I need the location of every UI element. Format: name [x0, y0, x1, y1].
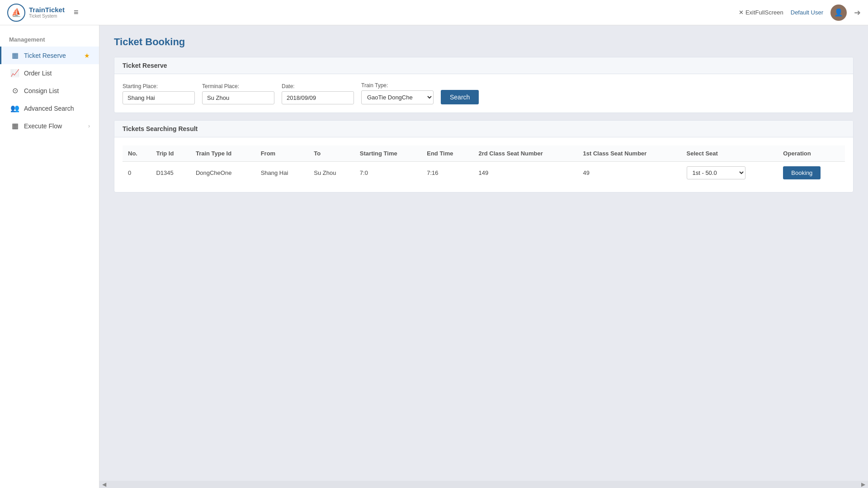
scroll-left-arrow[interactable]: ◀ [99, 481, 109, 488]
ticket-reserve-card: Ticket Reserve Starting Place: Terminal … [114, 57, 854, 113]
terminal-place-input[interactable] [202, 91, 274, 104]
results-card: Tickets Searching Result No. Trip Id Tra… [114, 120, 854, 192]
starting-place-input[interactable] [123, 91, 195, 104]
exit-fullscreen-label: ExitFullScreen [745, 9, 783, 16]
results-table-head: No. Trip Id Train Type Id From To Starti… [123, 145, 845, 162]
results-table: No. Trip Id Train Type Id From To Starti… [123, 145, 845, 184]
date-group: Date: [282, 83, 354, 104]
results-card-body: No. Trip Id Train Type Id From To Starti… [114, 137, 853, 192]
col-to: To [308, 145, 354, 162]
cell-2nd-seat: 149 [473, 162, 578, 184]
col-starting-time: Starting Time [354, 145, 421, 162]
logout-icon[interactable]: ➜ [854, 8, 861, 18]
cell-from: Shang Hai [255, 162, 309, 184]
ticket-reserve-icon: ▦ [10, 51, 19, 60]
train-type-select[interactable]: GaoTie DongChe ZhiDa TeKuai Kuai [361, 90, 434, 104]
avatar[interactable]: 👤 [830, 5, 847, 21]
ticket-reserve-card-body: Starting Place: Terminal Place: Date: Tr… [114, 74, 853, 113]
main-content: Ticket Booking Ticket Reserve Starting P… [99, 25, 868, 488]
header-right: ✕ ExitFullScreen Default User 👤 ➜ [739, 5, 861, 21]
header: ⛵ TrainTicket Ticket System ≡ ✕ ExitFull… [0, 0, 868, 25]
cell-1st-seat: 49 [578, 162, 681, 184]
menu-icon[interactable]: ≡ [74, 8, 79, 17]
sidebar-item-order-list[interactable]: 📈 Order List [0, 64, 99, 82]
chevron-right-icon: › [88, 123, 90, 129]
cell-trip-id: D1345 [151, 162, 190, 184]
col-select-seat: Select Seat [681, 145, 778, 162]
logo-text: TrainTicket Ticket System [29, 6, 65, 19]
results-table-header-row: No. Trip Id Train Type Id From To Starti… [123, 145, 845, 162]
terminal-place-group: Terminal Place: [202, 83, 274, 104]
search-form: Starting Place: Terminal Place: Date: Tr… [123, 82, 845, 104]
date-label: Date: [282, 83, 354, 89]
logo-subtitle: Ticket System [29, 14, 65, 19]
cell-operation[interactable]: Booking [778, 162, 845, 184]
sidebar-item-label-ticket-reserve: Ticket Reserve [24, 52, 66, 59]
exit-fullscreen-button[interactable]: ✕ ExitFullScreen [739, 9, 783, 16]
star-icon: ★ [84, 52, 90, 59]
default-user-label[interactable]: Default User [791, 9, 823, 16]
bottom-scrollbar: ◀ ▶ [99, 481, 868, 488]
starting-place-group: Starting Place: [123, 83, 195, 104]
train-type-group: Train Type: GaoTie DongChe ZhiDa TeKuai … [361, 82, 434, 104]
sidebar-item-label-order-list: Order List [24, 70, 52, 77]
search-button[interactable]: Search [441, 90, 479, 104]
cell-train-type-id: DongCheOne [190, 162, 255, 184]
cell-end-time: 7:16 [421, 162, 473, 184]
sidebar-item-label-consign-list: Consign List [24, 87, 59, 94]
cell-starting-time: 7:0 [354, 162, 421, 184]
scroll-right-arrow[interactable]: ▶ [859, 481, 868, 488]
sidebar: Management ▦ Ticket Reserve ★ 📈 Order Li… [0, 25, 99, 488]
sidebar-item-ticket-reserve[interactable]: ▦ Ticket Reserve ★ [0, 47, 99, 64]
logo: ⛵ TrainTicket Ticket System [7, 4, 65, 22]
terminal-place-label: Terminal Place: [202, 83, 274, 89]
avatar-icon: 👤 [834, 8, 843, 17]
sidebar-item-consign-list[interactable]: ⊙ Consign List [0, 82, 99, 99]
col-2nd-class: 2rd Class Seat Number [473, 145, 578, 162]
date-input[interactable] [282, 91, 354, 104]
layout: Management ▦ Ticket Reserve ★ 📈 Order Li… [0, 25, 868, 488]
advanced-search-icon: 👥 [10, 104, 19, 113]
col-trip-id: Trip Id [151, 145, 190, 162]
cell-no: 0 [123, 162, 151, 184]
sidebar-item-label-advanced-search: Advanced Search [24, 105, 74, 112]
consign-list-icon: ⊙ [10, 86, 19, 95]
cell-to: Su Zhou [308, 162, 354, 184]
col-operation: Operation [778, 145, 845, 162]
order-list-icon: 📈 [10, 69, 19, 77]
execute-flow-icon: ▦ [10, 122, 19, 130]
page-title: Ticket Booking [114, 36, 854, 48]
col-end-time: End Time [421, 145, 473, 162]
booking-button[interactable]: Booking [783, 166, 821, 179]
col-train-type-id: Train Type Id [190, 145, 255, 162]
results-card-header: Tickets Searching Result [114, 121, 853, 137]
select-seat-dropdown[interactable]: 1st - 50.0 2nd - 30.0 [687, 166, 745, 179]
logo-icon: ⛵ [7, 4, 25, 22]
starting-place-label: Starting Place: [123, 83, 195, 89]
col-from: From [255, 145, 309, 162]
col-no: No. [123, 145, 151, 162]
col-1st-class: 1st Class Seat Number [578, 145, 681, 162]
ticket-reserve-card-header: Ticket Reserve [114, 57, 853, 74]
table-row: 0 D1345 DongCheOne Shang Hai Su Zhou 7:0… [123, 162, 845, 184]
sidebar-item-label-execute-flow: Execute Flow [24, 122, 62, 130]
sidebar-item-execute-flow[interactable]: ▦ Execute Flow › [0, 117, 99, 135]
logo-title: TrainTicket [29, 6, 65, 14]
train-type-label: Train Type: [361, 82, 434, 89]
cell-select-seat[interactable]: 1st - 50.0 2nd - 30.0 [681, 162, 778, 184]
sidebar-item-advanced-search[interactable]: 👥 Advanced Search [0, 99, 99, 117]
results-table-body: 0 D1345 DongCheOne Shang Hai Su Zhou 7:0… [123, 162, 845, 184]
sidebar-section-label: Management [0, 33, 99, 47]
fullscreen-icon: ✕ [739, 9, 744, 16]
